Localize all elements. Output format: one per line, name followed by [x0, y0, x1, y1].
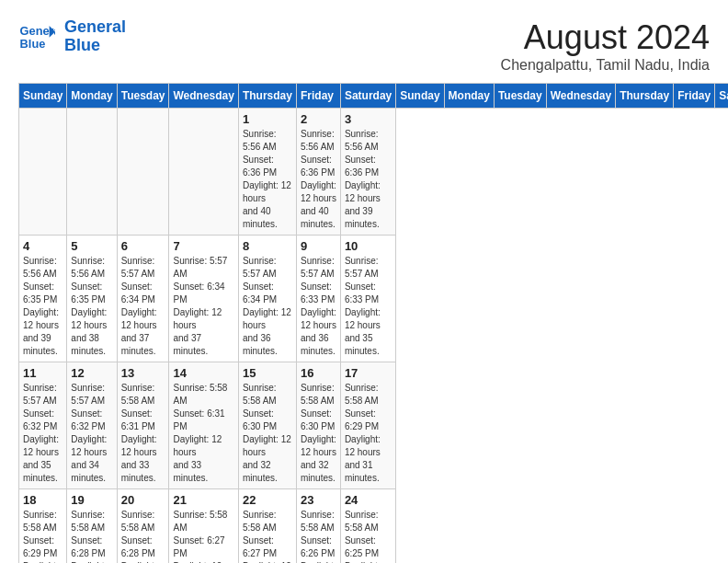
day-info: Sunrise: 5:57 AM Sunset: 6:34 PM Dayligh…	[243, 255, 292, 358]
day-info: Sunrise: 5:57 AM Sunset: 6:33 PM Dayligh…	[345, 255, 392, 358]
calendar-cell: 20Sunrise: 5:58 AM Sunset: 6:28 PM Dayli…	[117, 489, 169, 564]
day-number: 16	[301, 366, 336, 380]
calendar-cell: 17Sunrise: 5:58 AM Sunset: 6:29 PM Dayli…	[340, 362, 395, 489]
col-header-friday: Friday	[296, 84, 340, 109]
logo-text-line1: General	[64, 18, 126, 37]
calendar-cell: 13Sunrise: 5:58 AM Sunset: 6:31 PM Dayli…	[117, 362, 169, 489]
day-info: Sunrise: 5:58 AM Sunset: 6:28 PM Dayligh…	[71, 509, 112, 563]
day-number: 1	[243, 112, 292, 126]
col-header-monday: Monday	[67, 84, 117, 109]
day-number: 6	[121, 239, 165, 253]
day-info: Sunrise: 5:58 AM Sunset: 6:31 PM Dayligh…	[173, 382, 233, 485]
calendar-header-row: SundayMondayTuesdayWednesdayThursdayFrid…	[19, 84, 729, 109]
calendar-cell: 22Sunrise: 5:58 AM Sunset: 6:27 PM Dayli…	[238, 489, 296, 564]
day-info: Sunrise: 5:58 AM Sunset: 6:30 PM Dayligh…	[301, 382, 336, 485]
calendar-cell: 2Sunrise: 5:56 AM Sunset: 6:36 PM Daylig…	[296, 109, 340, 236]
location-subtitle: Chengalpattu, Tamil Nadu, India	[501, 57, 710, 74]
day-info: Sunrise: 5:57 AM Sunset: 6:34 PM Dayligh…	[121, 255, 165, 358]
day-info: Sunrise: 5:58 AM Sunset: 6:31 PM Dayligh…	[121, 382, 165, 485]
day-info: Sunrise: 5:57 AM Sunset: 6:34 PM Dayligh…	[173, 255, 233, 358]
calendar-week-2: 4Sunrise: 5:56 AM Sunset: 6:35 PM Daylig…	[19, 236, 729, 362]
day-info: Sunrise: 5:56 AM Sunset: 6:36 PM Dayligh…	[345, 128, 392, 231]
day-number: 5	[71, 239, 112, 253]
calendar-cell	[67, 109, 117, 236]
calendar-cell: 7Sunrise: 5:57 AM Sunset: 6:34 PM Daylig…	[169, 236, 238, 362]
page-header: General Blue General Blue August 2024 Ch…	[18, 18, 710, 74]
calendar-cell: 3Sunrise: 5:56 AM Sunset: 6:36 PM Daylig…	[340, 109, 395, 236]
day-number: 4	[23, 239, 63, 253]
day-number: 22	[243, 493, 292, 507]
logo-text-line2: Blue	[64, 37, 126, 55]
day-number: 10	[345, 239, 392, 253]
calendar-cell: 16Sunrise: 5:58 AM Sunset: 6:30 PM Dayli…	[296, 362, 340, 489]
calendar-week-1: 1Sunrise: 5:56 AM Sunset: 6:36 PM Daylig…	[19, 109, 729, 236]
calendar-cell: 15Sunrise: 5:58 AM Sunset: 6:30 PM Dayli…	[238, 362, 296, 489]
col-header-tuesday: Tuesday	[117, 84, 169, 109]
logo: General Blue General Blue	[18, 18, 126, 55]
col-header-saturday: Saturday	[340, 84, 395, 109]
day-info: Sunrise: 5:58 AM Sunset: 6:30 PM Dayligh…	[243, 382, 292, 485]
calendar-cell: 19Sunrise: 5:58 AM Sunset: 6:28 PM Dayli…	[67, 489, 117, 564]
day-number: 24	[345, 493, 392, 507]
col-header-sunday: Sunday	[19, 84, 67, 109]
calendar-week-3: 11Sunrise: 5:57 AM Sunset: 6:32 PM Dayli…	[19, 362, 729, 489]
day-number: 20	[121, 493, 165, 507]
calendar-cell: 9Sunrise: 5:57 AM Sunset: 6:33 PM Daylig…	[296, 236, 340, 362]
day-number: 19	[71, 493, 112, 507]
day-number: 18	[23, 493, 63, 507]
calendar-cell	[19, 109, 67, 236]
calendar-cell: 4Sunrise: 5:56 AM Sunset: 6:35 PM Daylig…	[19, 236, 67, 362]
title-area: August 2024 Chengalpattu, Tamil Nadu, In…	[501, 18, 710, 74]
day-number: 3	[345, 112, 392, 126]
col-header-thursday: Thursday	[238, 84, 296, 109]
calendar-week-4: 18Sunrise: 5:58 AM Sunset: 6:29 PM Dayli…	[19, 489, 729, 564]
day-info: Sunrise: 5:57 AM Sunset: 6:32 PM Dayligh…	[23, 382, 63, 485]
day-number: 21	[173, 493, 233, 507]
col-header-wednesday: Wednesday	[169, 84, 238, 109]
col-header-wednesday: Wednesday	[546, 84, 615, 109]
day-number: 2	[301, 112, 336, 126]
day-info: Sunrise: 5:56 AM Sunset: 6:36 PM Dayligh…	[243, 128, 292, 231]
calendar-cell	[169, 109, 238, 236]
day-number: 11	[23, 366, 63, 380]
day-info: Sunrise: 5:58 AM Sunset: 6:29 PM Dayligh…	[345, 382, 392, 485]
day-number: 15	[243, 366, 292, 380]
day-number: 7	[173, 239, 233, 253]
calendar-cell: 21Sunrise: 5:58 AM Sunset: 6:27 PM Dayli…	[169, 489, 238, 564]
day-number: 9	[301, 239, 336, 253]
col-header-tuesday: Tuesday	[494, 84, 546, 109]
calendar-cell: 6Sunrise: 5:57 AM Sunset: 6:34 PM Daylig…	[117, 236, 169, 362]
day-number: 17	[345, 366, 392, 380]
day-info: Sunrise: 5:58 AM Sunset: 6:26 PM Dayligh…	[301, 509, 336, 563]
calendar-cell: 10Sunrise: 5:57 AM Sunset: 6:33 PM Dayli…	[340, 236, 395, 362]
calendar-table: SundayMondayTuesdayWednesdayThursdayFrid…	[18, 83, 728, 563]
month-year-title: August 2024	[501, 18, 710, 57]
calendar-cell: 12Sunrise: 5:57 AM Sunset: 6:32 PM Dayli…	[67, 362, 117, 489]
calendar-cell: 18Sunrise: 5:58 AM Sunset: 6:29 PM Dayli…	[19, 489, 67, 564]
col-header-thursday: Thursday	[616, 84, 674, 109]
day-info: Sunrise: 5:58 AM Sunset: 6:28 PM Dayligh…	[121, 509, 165, 563]
calendar-cell: 23Sunrise: 5:58 AM Sunset: 6:26 PM Dayli…	[296, 489, 340, 564]
day-number: 12	[71, 366, 112, 380]
calendar-cell	[117, 109, 169, 236]
day-info: Sunrise: 5:57 AM Sunset: 6:33 PM Dayligh…	[301, 255, 336, 358]
day-info: Sunrise: 5:56 AM Sunset: 6:35 PM Dayligh…	[71, 255, 112, 358]
day-number: 14	[173, 366, 233, 380]
day-info: Sunrise: 5:58 AM Sunset: 6:25 PM Dayligh…	[345, 509, 392, 563]
day-number: 8	[243, 239, 292, 253]
col-header-sunday: Sunday	[396, 84, 444, 109]
day-number: 23	[301, 493, 336, 507]
calendar-cell: 8Sunrise: 5:57 AM Sunset: 6:34 PM Daylig…	[238, 236, 296, 362]
day-info: Sunrise: 5:58 AM Sunset: 6:27 PM Dayligh…	[173, 509, 233, 563]
logo-icon: General Blue	[18, 18, 55, 55]
calendar-cell: 14Sunrise: 5:58 AM Sunset: 6:31 PM Dayli…	[169, 362, 238, 489]
day-number: 13	[121, 366, 165, 380]
day-info: Sunrise: 5:58 AM Sunset: 6:27 PM Dayligh…	[243, 509, 292, 563]
day-info: Sunrise: 5:56 AM Sunset: 6:35 PM Dayligh…	[23, 255, 63, 358]
calendar-cell: 11Sunrise: 5:57 AM Sunset: 6:32 PM Dayli…	[19, 362, 67, 489]
col-header-friday: Friday	[674, 84, 715, 109]
calendar-cell: 5Sunrise: 5:56 AM Sunset: 6:35 PM Daylig…	[67, 236, 117, 362]
col-header-saturday: Saturday	[715, 84, 728, 109]
calendar-cell: 24Sunrise: 5:58 AM Sunset: 6:25 PM Dayli…	[340, 489, 395, 564]
col-header-monday: Monday	[444, 84, 494, 109]
